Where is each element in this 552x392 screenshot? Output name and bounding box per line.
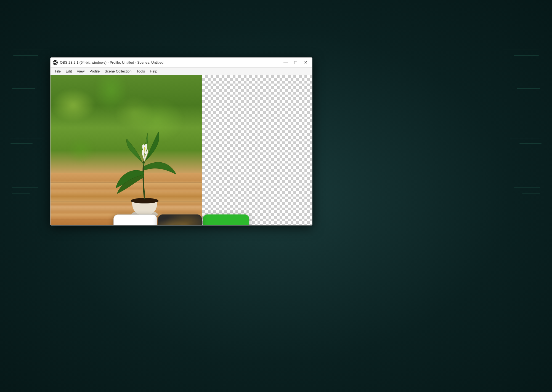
deco-line	[13, 50, 49, 50]
plant-image	[113, 108, 176, 225]
blur-button-bg	[158, 214, 202, 225]
deco-line	[517, 88, 540, 89]
svg-point-1	[54, 62, 56, 63]
deco-line	[13, 55, 38, 56]
obs-logo-icon	[53, 60, 58, 65]
deco-line	[522, 193, 540, 194]
change-button[interactable]: Change	[203, 214, 249, 225]
blur-button-label: Blur	[174, 224, 186, 225]
deco-line	[514, 55, 539, 56]
deco-line	[12, 94, 31, 94]
close-button[interactable]: ✕	[301, 59, 310, 66]
deco-line	[10, 138, 42, 138]
minimize-button[interactable]: —	[281, 59, 290, 66]
window-title: OBS 23.2.1 (64-bit, windows) - Profile: …	[60, 60, 163, 65]
deco-line	[12, 187, 38, 188]
menu-tools[interactable]: Tools	[134, 69, 147, 74]
obs-window: OBS 23.2.1 (64-bit, windows) - Profile: …	[50, 57, 312, 225]
svg-point-6	[144, 147, 145, 150]
deco-line	[12, 193, 30, 194]
title-bar: OBS 23.2.1 (64-bit, windows) - Profile: …	[51, 58, 312, 68]
remove-button[interactable]: Remove	[113, 214, 157, 225]
preview-transparency	[202, 75, 312, 225]
deco-line	[10, 143, 33, 144]
menu-scene-collection[interactable]: Scene Collection	[102, 69, 134, 74]
blur-button[interactable]: Blur	[158, 214, 202, 225]
deco-line	[519, 143, 542, 144]
deco-line	[514, 187, 540, 188]
menu-bar: File Edit View Profile Scene Collection …	[51, 68, 312, 75]
menu-help[interactable]: Help	[148, 69, 160, 74]
deco-line	[12, 88, 35, 89]
action-buttons-container: Remove Blur Change	[113, 214, 249, 225]
window-controls: — □ ✕	[281, 59, 310, 66]
title-bar-left: OBS 23.2.1 (64-bit, windows) - Profile: …	[53, 60, 163, 65]
deco-line	[521, 94, 540, 94]
deco-line	[503, 50, 539, 50]
menu-view[interactable]: View	[75, 69, 87, 74]
menu-edit[interactable]: Edit	[63, 69, 74, 74]
menu-file[interactable]: File	[53, 69, 63, 74]
deco-line	[510, 138, 542, 138]
menu-profile[interactable]: Profile	[87, 69, 102, 74]
preview-area: Remove Blur Change	[51, 75, 312, 225]
maximize-button[interactable]: □	[291, 59, 300, 66]
